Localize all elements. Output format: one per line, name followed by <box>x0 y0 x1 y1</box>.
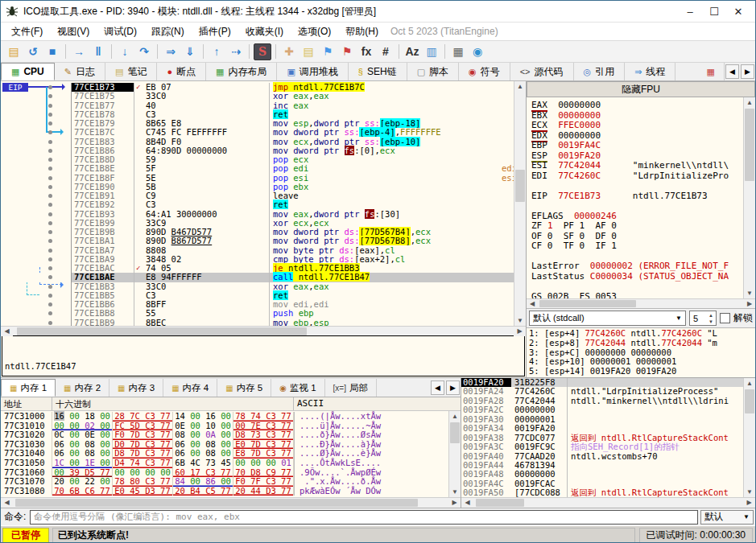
menu-item[interactable]: 调试(D) <box>97 23 144 41</box>
menu-item[interactable]: 收藏夹(I) <box>238 23 291 41</box>
dump-ascii[interactable]: ....ÔtÅwkLsE.... <box>294 459 448 468</box>
tab-log[interactable]: ✎日志 <box>55 63 105 80</box>
dump-row[interactable]: 77C3108070 6B C6 77E0 45 D3 7720 B4 C5 7… <box>1 487 448 496</box>
disasm-gutter[interactable] <box>1 174 72 183</box>
disasm-gutter[interactable] <box>1 319 72 327</box>
dump-vscrollbar[interactable]: ▲ ▼ <box>448 411 461 497</box>
run-icon[interactable]: → <box>70 43 88 60</box>
argument-row[interactable]: 5: [esp+14] 0019FA20 0019FA20 <box>529 367 755 376</box>
disasm-gutter[interactable] <box>1 155 72 164</box>
disasm-address[interactable]: 77CE1B7C <box>72 128 134 137</box>
disasm-instruction[interactable]: pop ebx <box>270 183 498 191</box>
disasm-instruction[interactable]: xor eax,eax <box>270 282 498 291</box>
menu-item[interactable]: 选项(O) <box>291 23 338 41</box>
tab-callstack[interactable]: ▣调用堆栈 <box>277 63 348 80</box>
internet-icon[interactable]: ◉ <box>469 43 486 60</box>
disasm-row[interactable]: 77CE1BB98BECmov ebp,esp <box>1 319 514 327</box>
register-row[interactable]: GS 002B FS 0053 <box>531 292 743 299</box>
breakpoint-dot[interactable] <box>48 113 52 117</box>
tab-handle-icon[interactable]: ▦ <box>702 63 725 80</box>
disasm-row[interactable]: 77CE1BB855push ebp <box>1 309 514 318</box>
breakpoint-dot[interactable] <box>48 239 52 243</box>
disasm-gutter[interactable] <box>1 92 72 101</box>
restart-icon[interactable]: ↺ <box>24 43 42 60</box>
dump-ascii[interactable]: ....(|Åw....xtÅw <box>294 412 448 422</box>
stack-value[interactable]: 0019FC9C <box>511 442 568 451</box>
breakpoint-dot[interactable] <box>48 158 52 162</box>
tab-symbols[interactable]: ◉符号 <box>459 63 510 80</box>
breakpoint-dot[interactable] <box>48 311 52 315</box>
breakpoint-dot[interactable] <box>48 266 52 270</box>
tab-breakpoints[interactable]: ●断点 <box>157 63 206 80</box>
scroll-left-icon[interactable]: ◀ <box>1 327 13 336</box>
disasm-comment[interactable] <box>498 128 514 137</box>
disasm-comment[interactable] <box>498 101 514 110</box>
disasm-gutter[interactable] <box>1 183 72 191</box>
breakpoint-dot[interactable] <box>48 85 52 89</box>
scroll-up-icon[interactable]: ▲ <box>514 81 526 92</box>
scroll-up-icon[interactable]: ▲ <box>744 378 755 389</box>
dump-address[interactable]: 77C31080 <box>1 487 52 496</box>
breakpoint-dot[interactable] <box>48 121 52 125</box>
scroll-up-icon[interactable]: ▲ <box>449 411 461 422</box>
hash-icon[interactable]: # <box>377 43 395 60</box>
registers-hscrollbar[interactable]: ◀ ▶ <box>527 298 755 308</box>
disasm-address[interactable]: 77CE1B75 <box>72 92 134 101</box>
dump-address[interactable]: 77C31000 <box>1 412 52 422</box>
trace-into-icon[interactable]: ⇒ <box>162 43 180 60</box>
breakpoint-dot[interactable] <box>48 203 52 207</box>
dump-byte-group[interactable]: 20 44 D3 77 <box>233 487 294 496</box>
run-to-user-icon[interactable]: ⇢ <box>227 43 245 60</box>
disasm-address[interactable]: 77CE1B8E <box>72 164 134 173</box>
disasm-row[interactable]: 77CE1B7CC745 FC FEFFFFFFmov dword ptr ss… <box>1 128 514 137</box>
breakpoint-dot[interactable] <box>48 176 52 180</box>
dump-tab-scroll-left-button[interactable]: ◀ <box>431 381 444 395</box>
command-input[interactable] <box>30 510 698 524</box>
minimize-button[interactable]: – <box>678 4 702 19</box>
breakpoint-dot[interactable] <box>48 185 52 189</box>
disasm-comment[interactable] <box>498 246 514 255</box>
menu-item[interactable]: 文件(F) <box>4 23 50 41</box>
stack-address[interactable]: 0019FA34 <box>461 424 511 433</box>
hide-fpu-button[interactable]: 隐藏FPU <box>527 81 755 97</box>
bookmarks-icon[interactable]: ⚑ <box>338 43 356 60</box>
stack-comment[interactable] <box>568 470 743 479</box>
disasm-comment[interactable] <box>498 210 514 219</box>
dump-tab-scroll-right-button[interactable]: ▶ <box>446 381 460 395</box>
disasm-address[interactable]: 77CE1BB8 <box>72 309 134 318</box>
dump-hscrollbar[interactable]: ◀ ▶ <box>1 497 461 508</box>
disasm-comment[interactable] <box>498 183 514 191</box>
breakpoint-dot[interactable] <box>48 194 52 198</box>
disasm-comment[interactable] <box>498 191 514 200</box>
disasm-row[interactable]: 77CE1BAEE8 94FFFFFFcall ntdll.77CE1B47 <box>1 273 514 282</box>
register-row[interactable]: EDI 77C4260C "LdrpInitializePro <box>531 171 743 182</box>
disasm-row[interactable]: 77CE1B92C3ret <box>1 200 514 209</box>
disasm-gutter[interactable] <box>1 255 72 264</box>
scroll-down-icon[interactable]: ▼ <box>449 487 461 497</box>
scylla-icon[interactable]: S <box>254 43 271 60</box>
tab-seh[interactable]: §SEH链 <box>349 63 407 80</box>
disasm-address[interactable]: 77CE1BB9 <box>72 319 134 327</box>
disasm-gutter[interactable] <box>1 246 72 255</box>
register-row[interactable]: EIP 77CE1B73 ntdll.77CE1B73 <box>531 191 743 202</box>
patch-icon[interactable]: ✚ <box>280 43 298 60</box>
unlock-checkbox[interactable] <box>720 313 730 323</box>
disasm-comment[interactable] <box>498 264 514 273</box>
tab-notes[interactable]: ▤笔记 <box>105 63 157 80</box>
disasm-comment[interactable] <box>498 273 514 282</box>
tab-memmap[interactable]: ▦内存布局 <box>206 63 277 80</box>
disasm-gutter[interactable] <box>1 219 72 228</box>
disasm-instruction[interactable]: inc eax <box>270 101 498 110</box>
stack-value[interactable]: 0019FA20 <box>511 424 568 433</box>
tab-source[interactable]: <>源代码 <box>510 63 574 80</box>
disasm-comment[interactable] <box>498 282 514 291</box>
disasm-comment[interactable] <box>498 146 514 155</box>
spinner-arrows-icon[interactable]: ▲▼ <box>706 312 716 325</box>
dump-byte-group[interactable]: 70 6B C6 77 <box>52 487 113 496</box>
disasm-gutter[interactable] <box>1 200 72 209</box>
maximize-button[interactable]: ☐ <box>702 4 726 19</box>
disasm-gutter[interactable] <box>1 128 72 137</box>
breakpoint-dot[interactable] <box>48 104 52 108</box>
tab-scroll-left-button[interactable]: ◀ <box>725 64 739 79</box>
trace-over-icon[interactable]: ⇓ <box>181 43 199 60</box>
